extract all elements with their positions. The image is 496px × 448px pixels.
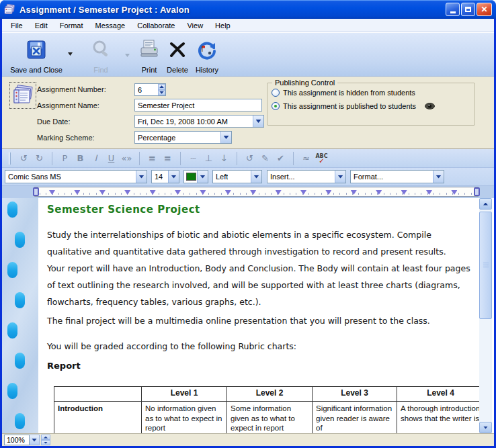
document-content[interactable]: Semester Science Project Study the inter… [38,198,479,433]
published-radio[interactable] [272,102,280,110]
format-dropdown[interactable]: Format... [350,170,444,183]
undo-icon[interactable]: ↺ [16,153,32,163]
assignment-name-input[interactable] [135,101,261,109]
title-bar[interactable]: Assignment / Semester Project : Avalon ✕ [0,0,496,19]
accept-edit-icon[interactable]: ✔ [273,153,288,163]
alignment-dropdown[interactable]: Left [212,170,262,183]
number-down-button[interactable] [158,90,165,96]
outdent-icon[interactable]: ≣ [160,153,175,163]
tab-stop-marker[interactable] [250,190,256,195]
tab-stop-marker[interactable] [426,190,432,195]
window-title: Assignment / Semester Project : Avalon [19,5,190,15]
insert-arrow[interactable] [335,171,345,183]
notebook-margin [2,198,38,433]
tab-stop-marker[interactable] [276,190,282,195]
tab-marker-icon[interactable]: ⊥ [201,153,216,163]
close-button[interactable]: ✕ [477,3,492,16]
due-date-dropdown[interactable]: Fri, Dec 19, 2008 10:00 AM [134,115,264,128]
print-button[interactable]: Print [136,38,162,74]
delete-button[interactable]: Delete [163,38,192,74]
tab-stop-marker[interactable] [351,190,357,195]
menu-format[interactable]: Format [54,20,89,31]
left-margin-marker[interactable] [33,187,39,196]
marking-scheme-arrow[interactable] [220,132,231,143]
scrollbar-thumb[interactable] [479,212,492,319]
header-cell: Level 3 [313,387,397,402]
hidden-radio[interactable] [272,89,280,97]
tab-stop-marker[interactable] [175,190,181,195]
formatting-toolbar: ↺↻PBIU«»≣≣┄⊥↓↺✎✔≈ABC✓ [2,149,494,168]
font-size-arrow[interactable] [168,171,179,183]
format-arrow[interactable] [433,171,444,183]
tab-stop-marker[interactable] [325,190,331,195]
section-heading: Report [47,361,81,371]
tab-stop-marker[interactable] [200,190,206,195]
tab-stop-marker[interactable] [451,190,457,195]
ruler[interactable] [34,187,479,197]
italic-icon[interactable]: I [88,153,104,163]
tab-stop-marker[interactable] [99,190,106,195]
assignment-name-field[interactable] [134,99,262,111]
marking-scheme-dropdown[interactable]: Percentage [134,131,232,144]
number-up-button[interactable] [158,84,165,90]
indent-icon[interactable]: ≣ [144,153,160,163]
tab-stop-marker[interactable] [376,190,382,195]
menu-message[interactable]: Message [89,20,132,31]
assignment-number-stepper[interactable] [134,83,166,96]
toolbar-grip[interactable] [9,152,11,165]
menu-help[interactable]: Help [209,20,237,31]
menu-collaborate[interactable]: Collaborate [131,20,181,31]
history-button[interactable]: History [192,38,222,74]
zoom-down-button[interactable] [41,440,50,445]
tab-stop-marker[interactable] [150,190,156,195]
tab-stop-marker[interactable] [74,190,80,195]
bold-icon[interactable]: B [73,153,88,163]
underline-icon[interactable]: U [104,153,119,163]
vertical-scrollbar[interactable] [479,198,492,433]
menu-edit[interactable]: Edit [29,20,54,31]
font-color-dropdown[interactable] [183,170,208,183]
document-editor[interactable]: Semester Science Project Study the inter… [2,198,494,433]
save-and-close-button[interactable]: Save and Close [5,38,67,74]
font-family-dropdown[interactable]: Comic Sans MS [5,170,147,183]
insert-dropdown[interactable]: Insert... [267,170,346,183]
tab-stop-marker[interactable] [401,190,407,195]
right-margin-marker[interactable] [474,187,480,196]
find-options-arrow[interactable] [125,54,130,57]
revert-icon[interactable]: ↺ [242,153,257,163]
find-button[interactable]: Find [80,38,122,74]
dotted-rule-icon[interactable]: ┄ [185,153,201,163]
pen-edit-icon[interactable]: ✎ [257,153,273,163]
tab-stop-marker[interactable] [225,190,231,195]
save-options-arrow[interactable] [68,52,73,56]
tab-stop-marker[interactable] [124,190,130,195]
font-family-arrow[interactable] [136,171,147,183]
plain-text-icon[interactable]: P [57,153,73,163]
zoom-dropdown-arrow[interactable] [30,435,40,445]
assignment-number-input[interactable] [135,86,158,94]
assignment-stack-icon[interactable] [10,83,36,108]
tab-stop-marker[interactable] [49,190,55,195]
zoom-control[interactable]: 100% [4,435,50,445]
insert-break-icon[interactable]: ↓ [216,153,232,163]
minimize-button[interactable] [446,3,460,16]
save-icon [5,38,67,62]
menu-view[interactable]: View [181,20,209,31]
assignment-form: Assignment Number: Assignment Name: Due … [2,77,494,149]
scroll-down-button[interactable] [479,422,492,433]
redo-icon[interactable]: ↻ [32,153,47,163]
due-date-arrow[interactable] [253,116,263,127]
alignment-arrow[interactable] [251,171,261,183]
quotes-icon[interactable]: «» [119,153,134,163]
spellcheck-icon[interactable]: ABC✓ [314,154,329,163]
tab-stop-marker[interactable] [300,190,306,195]
marking-scheme-label: Marking Scheme: [37,134,95,142]
zoom-up-button[interactable] [41,435,50,440]
font-size-dropdown[interactable]: 14 [151,170,179,183]
maximize-button[interactable] [461,3,475,16]
font-color-arrow[interactable] [197,171,208,183]
scroll-up-button[interactable] [479,198,492,210]
find-icon [80,38,122,62]
signature-icon[interactable]: ≈ [298,153,314,163]
menu-file[interactable]: File [5,20,29,31]
